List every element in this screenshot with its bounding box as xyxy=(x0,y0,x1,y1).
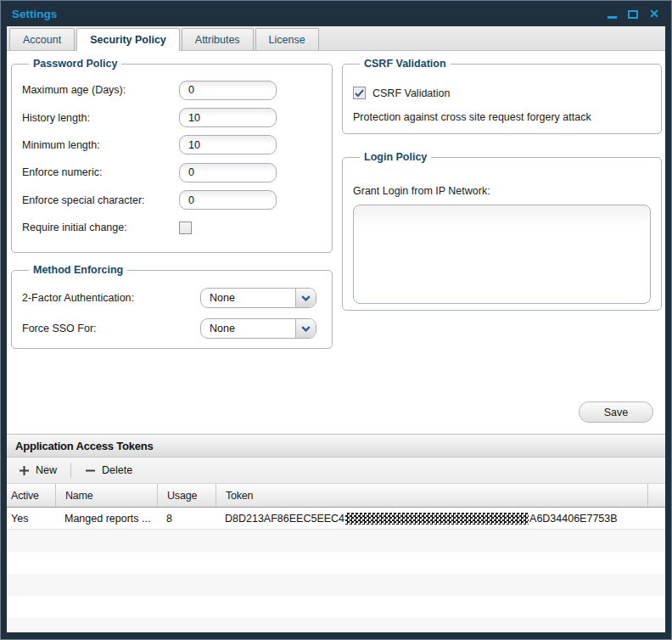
tokens-toolbar: New Delete xyxy=(7,458,665,484)
toolbar-separator xyxy=(70,463,71,478)
min-length-input[interactable] xyxy=(179,135,277,154)
minimize-icon xyxy=(608,16,617,19)
minimize-button[interactable] xyxy=(608,8,617,20)
form-row: Require initial change: xyxy=(22,214,322,241)
csrf-validation-group: CSRF Validation CSRF Validation Protecti… xyxy=(342,58,662,134)
password-policy-legend: Password Policy xyxy=(29,58,121,70)
max-age-input[interactable] xyxy=(179,81,277,100)
close-icon: ✕ xyxy=(649,8,659,20)
token-redacted-blur xyxy=(345,513,529,525)
login-policy-legend: Login Policy xyxy=(360,151,431,163)
history-length-label: History length: xyxy=(22,112,179,124)
form-row: Enforce numeric: xyxy=(22,159,322,186)
minus-icon xyxy=(85,465,96,476)
enforce-numeric-label: Enforce numeric: xyxy=(22,166,179,178)
empty-row xyxy=(7,596,665,618)
token-table-row[interactable]: Yes Manged reports ... 8 D8D213AF86EEC5E… xyxy=(7,508,665,530)
method-enforcing-legend: Method Enforcing xyxy=(29,264,127,276)
tab-label: Security Policy xyxy=(90,34,166,46)
form-row: Maximum age (Days): xyxy=(22,76,322,104)
chevron-down-icon xyxy=(295,289,316,307)
column-header-name[interactable]: Name xyxy=(55,484,157,507)
window-body: Account Security Policy Attributes Licen… xyxy=(7,26,665,632)
csrf-validation-checkbox[interactable] xyxy=(353,87,366,99)
empty-row xyxy=(7,618,665,632)
enforce-special-input[interactable] xyxy=(179,190,277,210)
two-factor-select[interactable]: None xyxy=(200,288,316,308)
delete-token-label: Delete xyxy=(102,464,132,476)
token-usage-cell: 8 xyxy=(157,508,216,529)
maximize-button[interactable] xyxy=(628,8,638,20)
password-policy-group: Password Policy Maximum age (Days): Hist… xyxy=(11,58,333,253)
csrf-checkbox-row: CSRF Validation xyxy=(353,87,651,99)
delete-token-button[interactable]: Delete xyxy=(80,462,137,479)
empty-row xyxy=(7,574,665,596)
force-sso-select[interactable]: None xyxy=(200,318,316,339)
force-sso-label: Force SSO For: xyxy=(22,323,200,334)
tab-label: Attributes xyxy=(195,34,240,46)
token-value-cell: D8D213AF86EEC5EEC4A6D34406E7753B xyxy=(216,508,665,529)
form-row: Force SSO For: None xyxy=(22,313,322,344)
require-initial-change-label: Require initial change: xyxy=(22,222,179,233)
new-token-label: New xyxy=(36,464,57,476)
form-row: Minimum length: xyxy=(22,132,322,159)
max-age-label: Maximum age (Days): xyxy=(22,84,179,96)
empty-rows-area xyxy=(7,530,665,632)
force-sso-value: None xyxy=(201,323,295,334)
empty-row xyxy=(7,552,665,574)
tokens-panel-title: Application Access Tokens xyxy=(7,435,665,458)
method-enforcing-group: Method Enforcing 2-Factor Authentication… xyxy=(11,264,333,349)
new-token-button[interactable]: New xyxy=(14,462,62,479)
token-active-cell: Yes xyxy=(7,508,55,529)
tab-label: Account xyxy=(23,34,61,46)
tab-attributes[interactable]: Attributes xyxy=(182,28,254,50)
csrf-checkbox-label: CSRF Validation xyxy=(372,87,450,99)
enforce-special-label: Enforce special character: xyxy=(22,194,179,206)
form-row: History length: xyxy=(22,104,322,131)
csrf-validation-legend: CSRF Validation xyxy=(360,58,451,70)
column-header-usage[interactable]: Usage xyxy=(157,484,216,507)
grant-login-label: Grant Login from IP Network: xyxy=(353,185,651,197)
title-bar[interactable]: Settings ✕ xyxy=(1,1,671,26)
close-button[interactable]: ✕ xyxy=(649,8,659,20)
tab-security-policy[interactable]: Security Policy xyxy=(76,28,180,51)
token-prefix: D8D213AF86EEC5EEC4 xyxy=(225,513,344,525)
token-name-cell: Manged reports ... xyxy=(55,508,157,529)
require-initial-change-checkbox[interactable] xyxy=(179,222,192,234)
token-suffix: A6D34406E7753B xyxy=(529,513,618,525)
csrf-description: Protection against cross site request fo… xyxy=(353,111,651,123)
window-controls: ✕ xyxy=(608,8,659,20)
tab-account[interactable]: Account xyxy=(9,28,75,50)
column-header-token[interactable]: Token xyxy=(216,484,647,507)
chevron-down-icon xyxy=(295,319,316,338)
tab-strip: Account Security Policy Attributes Licen… xyxy=(7,26,665,51)
two-factor-value: None xyxy=(201,292,295,304)
tokens-table-header: Active Name Usage Token xyxy=(7,484,665,508)
column-header-active[interactable]: Active xyxy=(7,484,55,507)
ip-network-textarea[interactable] xyxy=(353,205,651,304)
form-row: 2-Factor Authentication: None xyxy=(22,283,322,313)
window-title: Settings xyxy=(12,8,608,20)
column-header-spacer xyxy=(647,484,665,507)
empty-row xyxy=(7,530,665,552)
maximize-icon xyxy=(628,10,638,19)
security-policy-panel: Password Policy Maximum age (Days): Hist… xyxy=(7,51,665,434)
settings-window: Settings ✕ Account Security Policy Attri… xyxy=(0,0,672,640)
check-icon xyxy=(355,89,364,98)
login-policy-group: Login Policy Grant Login from IP Network… xyxy=(342,151,662,311)
application-access-tokens-panel: Application Access Tokens New Delete Act… xyxy=(7,434,665,632)
two-factor-label: 2-Factor Authentication: xyxy=(22,292,200,304)
tab-label: License xyxy=(269,34,305,46)
history-length-input[interactable] xyxy=(179,108,277,127)
tab-license[interactable]: License xyxy=(255,28,319,50)
save-button[interactable]: Save xyxy=(579,401,653,423)
plus-icon xyxy=(19,465,30,476)
min-length-label: Minimum length: xyxy=(22,139,179,151)
enforce-numeric-input[interactable] xyxy=(179,163,277,182)
form-row: Enforce special character: xyxy=(22,187,322,214)
